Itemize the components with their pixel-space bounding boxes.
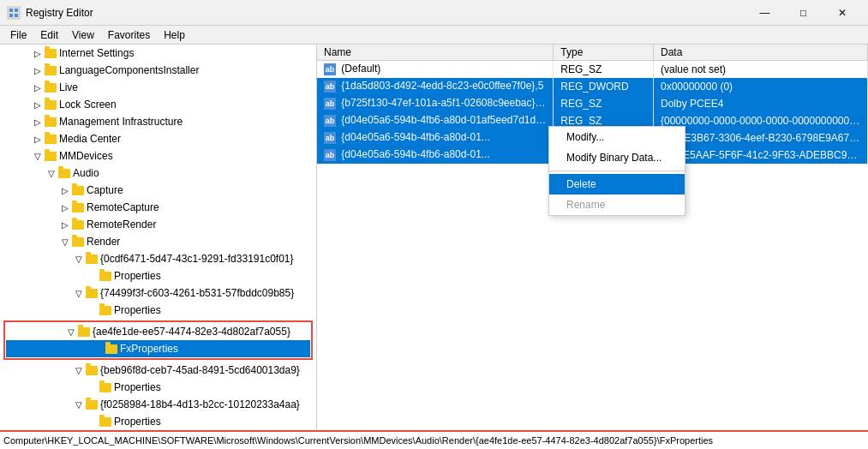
cell-name: ab (Default) <box>317 61 554 78</box>
svg-rect-1 <box>9 9 13 12</box>
tree-item-guid1[interactable]: ▽ {0cdf6471-5d47-43c1-9291-fd33191c0f01} <box>0 250 316 267</box>
cell-data: {BC8E3B67-3306-4eef-B230-6798E9A67F0B} <box>654 129 868 147</box>
tree-item-props2[interactable]: ▷ Properties <box>0 302 316 319</box>
tree-item-render[interactable]: ▽ Render <box>0 233 316 250</box>
folder-icon <box>58 169 70 178</box>
ctx-rename: Rename <box>549 195 685 215</box>
folder-icon <box>45 100 57 110</box>
expander-icon: ▷ <box>31 115 45 129</box>
tree-label: MMDevices <box>59 150 113 162</box>
tree-item-live[interactable]: ▷ Live <box>0 79 316 96</box>
close-button[interactable]: ✕ <box>823 0 861 26</box>
tree-label: RemoteRender <box>87 219 156 230</box>
tree-item-mmdevices[interactable]: ▽ MMDevices <box>0 147 316 165</box>
status-bar: Computer\HKEY_LOCAL_MACHINE\SOFTWARE\Mic… <box>0 430 868 449</box>
tree-item-internet-settings[interactable]: ▷ Internet Settings <box>0 45 316 62</box>
tree-label: Audio <box>73 167 99 179</box>
cell-name: ab {d04e05a6-594b-4fb6-a80d-01af5eed7d1d… <box>317 112 554 129</box>
cell-data: Dolby PCEE4 <box>654 95 868 112</box>
table-row[interactable]: ab {b725f130-47ef-101a-a5f1-02608c9eebac… <box>317 95 868 112</box>
tree-item-management[interactable]: ▷ Management Infrastructure <box>0 113 316 130</box>
minimize-button[interactable]: — <box>745 0 784 26</box>
tree-item-guid5[interactable]: ▽ {f0258984-18b4-4d13-b2cc-10120233a4aa} <box>0 396 316 413</box>
tree-label: Properties <box>114 416 161 428</box>
tree-item-remote-capture[interactable]: ▷ RemoteCapture <box>0 199 316 216</box>
menu-favorites[interactable]: Favorites <box>101 27 157 43</box>
tree-label: LanguageComponentsInstaller <box>59 64 199 76</box>
right-panel: Name Type Data ab (Default)REG_SZ(value … <box>317 45 868 430</box>
status-path: Computer\HKEY_LOCAL_MACHINE\SOFTWARE\Mic… <box>3 435 713 446</box>
expander-icon: ▷ <box>31 46 45 60</box>
col-name: Name <box>317 45 554 61</box>
tree-label: {f0258984-18b4-4d13-b2cc-10120233a4aa} <box>100 398 300 410</box>
ctx-modify[interactable]: Modify... <box>549 127 685 147</box>
ctx-modify-binary[interactable]: Modify Binary Data... <box>549 147 685 168</box>
tree-item-props4[interactable]: ▷ Properties <box>0 379 316 396</box>
context-menu: Modify... Modify Binary Data... Delete R… <box>548 126 685 216</box>
reg-value-icon: ab <box>324 115 336 127</box>
folder-icon <box>99 383 111 392</box>
expander-icon: ▷ <box>31 98 45 111</box>
expander-icon: ▽ <box>72 398 86 411</box>
tree-item-remote-render[interactable]: ▷ RemoteRender <box>0 216 316 233</box>
cell-type: REG_SZ <box>554 95 654 112</box>
expander-icon: ▽ <box>58 235 72 248</box>
tree-label: Management Infrastructure <box>59 116 183 128</box>
tree-item-guid3[interactable]: ▽ {ae4fe1de-ee57-4474-82e3-4d802af7a055} <box>6 323 310 340</box>
tree-label: Internet Settings <box>59 47 134 59</box>
tree-item-audio[interactable]: ▽ Audio <box>0 165 316 182</box>
tree-item-fxprops[interactable]: ▷ FxProperties <box>6 340 310 357</box>
folder-icon <box>45 49 57 58</box>
maximize-button[interactable]: □ <box>784 0 823 26</box>
ctx-delete[interactable]: Delete <box>549 174 685 195</box>
tree-item-props1[interactable]: ▷ Properties <box>0 267 316 284</box>
expander-icon: ▽ <box>72 252 86 266</box>
tree-label: RemoteCapture <box>87 201 159 213</box>
reg-value-icon: ab <box>324 149 336 161</box>
tree-item-props5[interactable]: ▷ Properties <box>0 413 316 430</box>
cell-name: ab {d04e05a6-594b-4fb6-a80d-01... <box>317 147 554 164</box>
folder-icon <box>45 117 57 127</box>
expander-icon: ▷ <box>31 63 45 77</box>
window-title: Registry Editor <box>26 7 745 19</box>
svg-rect-3 <box>9 14 13 17</box>
registry-table[interactable]: Name Type Data ab (Default)REG_SZ(value … <box>317 45 868 430</box>
menu-edit[interactable]: Edit <box>33 27 65 43</box>
tree-label: Properties <box>114 270 161 282</box>
cell-type: REG_SZ <box>554 61 654 78</box>
svg-rect-2 <box>15 9 18 12</box>
folder-icon <box>86 366 98 375</box>
folder-icon <box>86 254 98 264</box>
tree-item-guid2[interactable]: ▽ {74499f3f-c603-4261-b531-57fbddc09b85} <box>0 284 316 302</box>
folder-icon <box>86 289 98 298</box>
table-row[interactable]: ab {1da5d803-d492-4edd-8c23-e0c0ffee7f0e… <box>317 78 868 95</box>
expander-icon: ▷ <box>58 183 72 197</box>
cell-type: REG_DWORD <box>554 78 654 95</box>
expander-icon: ▽ <box>31 149 45 163</box>
expander-icon: ▷ <box>31 81 45 94</box>
menu-help[interactable]: Help <box>157 27 192 43</box>
reg-value-icon: ab <box>324 132 336 144</box>
reg-value-icon: ab <box>324 63 336 75</box>
expander-icon: ▽ <box>64 325 78 338</box>
cell-data: {C53E5AAF-5F6F-41c2-9F63-ADEBBC9B6B64} <box>654 147 868 164</box>
tree-label: {ae4fe1de-ee57-4474-82e3-4d802af7a055} <box>93 326 290 338</box>
tree-item-media-center[interactable]: ▷ Media Center <box>0 130 316 147</box>
expander-icon: ▷ <box>31 132 45 146</box>
menu-view[interactable]: View <box>65 27 101 43</box>
tree-item-capture[interactable]: ▷ Capture <box>0 182 316 199</box>
folder-icon <box>99 417 111 427</box>
tree-label: Capture <box>87 184 123 196</box>
tree-label: Lock Screen <box>59 99 117 111</box>
app-icon <box>7 6 21 20</box>
tree-panel[interactable]: ▷ Internet Settings ▷ LanguageComponents… <box>0 45 317 430</box>
tree-item-guid4[interactable]: ▽ {beb96f8d-ceb7-45ad-8491-5cd640013da9} <box>0 362 316 379</box>
folder-icon <box>72 237 84 247</box>
folder-icon <box>78 327 90 337</box>
tree-label: Media Center <box>59 133 121 145</box>
tree-item-lock-screen[interactable]: ▷ Lock Screen <box>0 96 316 113</box>
tree-item-language[interactable]: ▷ LanguageComponentsInstaller <box>0 62 316 79</box>
table-row[interactable]: ab (Default)REG_SZ(value not set) <box>317 61 868 78</box>
tree-label: Live <box>59 81 78 93</box>
menu-file[interactable]: File <box>3 27 33 43</box>
